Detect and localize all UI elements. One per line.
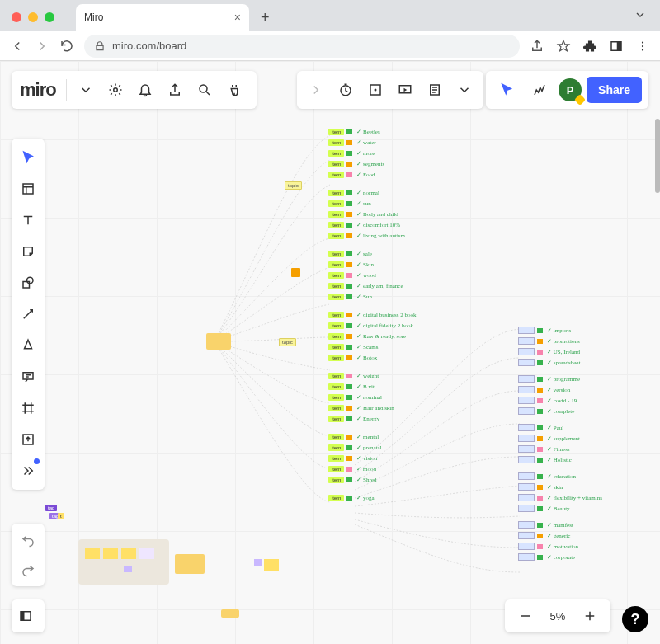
extensions-icon[interactable]: [582, 39, 597, 54]
mindmap-leaf[interactable]: item ✓ sale: [328, 251, 372, 257]
frame-card[interactable]: [78, 539, 169, 585]
settings-icon[interactable]: [101, 76, 130, 104]
mindmap-leaf[interactable]: item ✓ wood: [328, 272, 376, 279]
more-tools[interactable]: [12, 455, 45, 487]
mindmap-leaf[interactable]: ✓ Fitness: [518, 445, 570, 453]
voting-icon[interactable]: [361, 76, 389, 104]
mindmap-leaf[interactable]: item ✓ Raw & ready, sore: [328, 333, 406, 340]
nav-back-icon[interactable]: [10, 39, 25, 54]
mindmap-leaf[interactable]: ✓ education: [518, 472, 576, 480]
mindmap-leaf[interactable]: ✓ promotions: [518, 337, 580, 345]
mindmap-leaf[interactable]: item ✓ digital fidelity 2 book: [328, 322, 413, 329]
mindmap-leaf[interactable]: ✓ complete: [518, 407, 574, 415]
mindmap-leaf[interactable]: item ✓ early am, finance: [328, 283, 403, 289]
mindmap-leaf[interactable]: item ✓ Energy: [328, 416, 380, 422]
zoom-in-button[interactable]: [576, 602, 604, 630]
zoom-value[interactable]: 5%: [544, 610, 571, 623]
templates-tool[interactable]: [12, 173, 45, 204]
mindmap-leaf[interactable]: ✓ spreadsheet: [518, 359, 580, 366]
tag-node[interactable]: tag: [50, 513, 61, 519]
mindmap-leaf[interactable]: item ✓ more: [328, 150, 375, 157]
share-icon[interactable]: [530, 39, 544, 54]
hide-panel-chevron[interactable]: [302, 76, 330, 104]
mindmap-leaf[interactable]: item ✓ vision: [328, 455, 377, 462]
mindmap-leaf[interactable]: item ✓ mental: [328, 434, 379, 440]
help-button[interactable]: ?: [622, 606, 648, 632]
sticky[interactable]: [85, 548, 100, 559]
mindmap-leaf[interactable]: item ✓ Skin: [328, 261, 374, 268]
shape-tool[interactable]: [12, 267, 45, 298]
minimize-window-dot[interactable]: [28, 12, 38, 22]
sticky[interactable]: [264, 559, 279, 571]
sticky[interactable]: [121, 548, 136, 559]
sticky[interactable]: [124, 566, 132, 572]
sticky-note-tool[interactable]: [12, 236, 45, 267]
mindmap-leaf[interactable]: item ✓ living with autism: [328, 233, 405, 239]
mindmap-leaf[interactable]: item ✓ Botox: [328, 355, 377, 361]
zoom-out-button[interactable]: [512, 602, 540, 630]
notifications-icon[interactable]: [131, 76, 159, 104]
maximize-window-dot[interactable]: [45, 12, 54, 22]
frame-tool[interactable]: [12, 393, 45, 424]
mindmap-leaf[interactable]: item ✓ Hair and skin: [328, 405, 394, 411]
mindmap-leaf[interactable]: ✓ generic: [518, 532, 570, 539]
nav-forward-icon[interactable]: [35, 39, 50, 54]
scrollbar[interactable]: [655, 119, 660, 193]
reload-icon[interactable]: [59, 39, 74, 54]
mindmap-leaf[interactable]: ✓ version: [518, 386, 570, 393]
sticky[interactable]: [221, 609, 239, 618]
mindmap-leaf[interactable]: ✓ US, Ireland: [518, 348, 580, 355]
mindmap-leaf[interactable]: item ✓ Shred: [328, 477, 376, 483]
board-menu-chevron[interactable]: [72, 76, 100, 104]
mindmap-leaf[interactable]: item ✓ Sun: [328, 294, 372, 300]
note-icon[interactable]: [421, 76, 449, 104]
hub-node[interactable]: [206, 333, 231, 350]
new-tab-button[interactable]: +: [254, 4, 276, 31]
mindmap-leaf[interactable]: item ✓ water: [328, 139, 376, 146]
sticky[interactable]: [139, 548, 154, 559]
minimap-toggle[interactable]: [12, 599, 45, 632]
mindmap-leaf[interactable]: item ✓ nominal: [328, 394, 382, 401]
export-icon[interactable]: [161, 76, 189, 104]
mindmap-leaf[interactable]: item ✓ Beetles: [328, 129, 380, 135]
mindmap-leaf[interactable]: ✓ corporate: [518, 553, 575, 561]
select-tool[interactable]: [12, 142, 45, 173]
search-icon[interactable]: [191, 76, 219, 104]
browser-tab[interactable]: Miro ×: [76, 4, 249, 31]
tab-close-icon[interactable]: ×: [234, 11, 241, 24]
text-tool[interactable]: [12, 204, 45, 236]
cursor-follow-icon[interactable]: [493, 76, 521, 104]
mindmap-leaf[interactable]: ✓ covid - 19: [518, 397, 577, 404]
mindmap-leaf[interactable]: item ✓ B vit: [328, 383, 375, 390]
integrations-icon[interactable]: [220, 76, 248, 104]
timer-icon[interactable]: [332, 76, 360, 104]
mindmap-leaf[interactable]: item ✓ mood: [328, 466, 376, 472]
mindmap-leaf[interactable]: ✓ programme: [518, 375, 580, 383]
mindmap-leaf[interactable]: item ✓ sun: [328, 200, 371, 207]
miro-canvas[interactable]: miro P Share: [0, 61, 660, 644]
tag-node[interactable]: t: [58, 513, 64, 519]
more-modes-chevron[interactable]: [450, 76, 478, 104]
comment-tool[interactable]: [12, 361, 45, 393]
tag-node[interactable]: tag: [45, 505, 57, 511]
sticky[interactable]: [254, 559, 262, 566]
mindmap-leaf[interactable]: item ✓ Body and child: [328, 211, 398, 218]
mindmap-leaf[interactable]: ✓ Beauty: [518, 505, 570, 512]
address-bar[interactable]: miro.com/board: [84, 35, 520, 58]
user-avatar[interactable]: P: [559, 78, 582, 101]
mindmap-leaf[interactable]: item ✓ segments: [328, 161, 384, 167]
undo-button[interactable]: [12, 525, 45, 555]
presentation-icon[interactable]: [391, 76, 419, 104]
sticky-orange[interactable]: [175, 554, 205, 574]
connection-tool[interactable]: [12, 298, 45, 330]
redo-button[interactable]: [12, 555, 45, 585]
mindmap-leaf[interactable]: ✓ Paul: [518, 424, 563, 431]
tab-overflow-chevron[interactable]: [627, 0, 653, 31]
mindmap-leaf[interactable]: item ✓ prenatal: [328, 444, 382, 451]
pen-tool[interactable]: [12, 330, 45, 361]
share-button[interactable]: Share: [587, 77, 642, 103]
mindmap-leaf[interactable]: ✓ imports: [518, 327, 571, 334]
miro-logo[interactable]: miro: [20, 79, 56, 101]
upload-tool[interactable]: [12, 424, 45, 455]
mindmap-leaf[interactable]: item ✓ yoga: [328, 495, 375, 501]
